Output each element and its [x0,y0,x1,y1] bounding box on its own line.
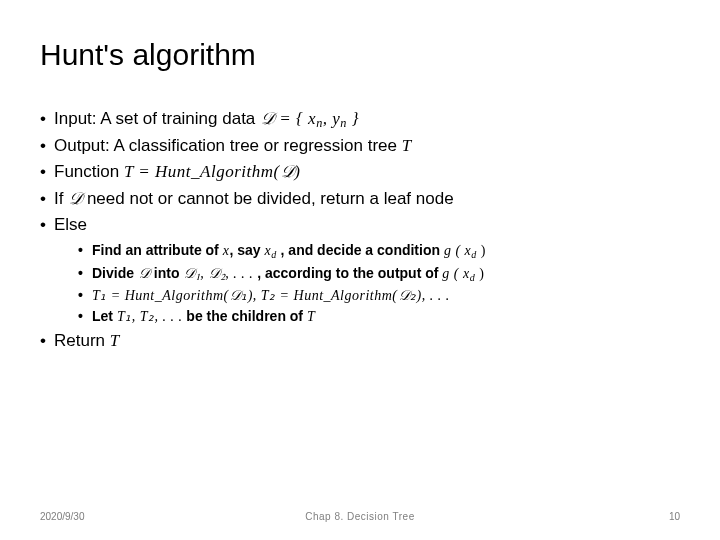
else-text: Else [54,215,87,234]
ret-sym: T [110,331,120,350]
m1: 𝒟 = { x [260,109,316,128]
m3: } [347,109,359,128]
function-math: T = Hunt_Algorithm(𝒟) [124,162,300,181]
slide-title: Hunt's algorithm [40,38,680,72]
fg: g ( xd ) [444,243,486,258]
sub-divide: Divide 𝒟 into 𝒟₁, 𝒟₂, . . . , according … [78,263,680,285]
dg: g ( xd ) [442,266,484,281]
bullet-input: Input: A set of training data 𝒟 = { xn, … [40,106,680,133]
dD: 𝒟 [138,266,150,281]
lT: T [307,309,315,324]
fgv: g ( x [444,243,471,258]
input-math: 𝒟 = { xn, yn } [260,109,359,128]
if-symbol: 𝒟 [68,189,82,208]
if-suffix: need not or cannot be divided, return a … [82,189,453,208]
sub-bullet-list: Find an attribute of x, say xd , and dec… [54,240,680,328]
m2: , y [323,109,341,128]
sub-find: Find an attribute of x, say xd , and dec… [78,240,680,262]
sub-let: Let T₁, T₂, . . . be the children of T [78,306,680,328]
db: into [150,265,183,281]
fc: , and decide a condition [277,242,444,258]
fxd: xd [264,243,276,258]
ret-text: Return [54,331,110,350]
if-prefix: If [54,189,68,208]
la: Let [92,308,117,324]
footer-chapter: Chap 8. Decision Tree [0,511,720,522]
bullet-list: Input: A set of training data 𝒟 = { xn, … [40,106,680,354]
fa: Find an attribute of [92,242,223,258]
dge: ) [475,266,484,281]
m1s: n [316,116,323,130]
bullet-else: Else Find an attribute of x, say xd , an… [40,212,680,328]
lb: be the children of [182,308,306,324]
output-symbol: T [402,136,412,155]
dl: 𝒟₁, 𝒟₂, . . . [183,266,253,281]
da: Divide [92,265,138,281]
bullet-output: Output: A classification tree or regress… [40,133,680,159]
dc: , according to the output of [253,265,442,281]
dgv: g ( x [442,266,469,281]
sub-recurse: T₁ = Hunt_Algorithm(𝒟₁), T₂ = Hunt_Algor… [78,285,680,307]
footer-page: 10 [669,511,680,522]
ll: T₁, T₂, . . . [117,309,183,324]
function-text: Function [54,162,124,181]
bullet-function: Function T = Hunt_Algorithm(𝒟) [40,159,680,185]
bullet-if: If 𝒟 need not or cannot be divided, retu… [40,186,680,212]
fge: ) [477,243,486,258]
slide: Hunt's algorithm Input: A set of trainin… [0,0,720,540]
bullet-return: Return T [40,328,680,354]
output-text: Output: A classification tree or regress… [54,136,402,155]
fb: , say [229,242,264,258]
m2s: n [340,116,347,130]
input-text: Input: A set of training data [54,109,260,128]
rec: T₁ = Hunt_Algorithm(𝒟₁), T₂ = Hunt_Algor… [92,288,450,303]
